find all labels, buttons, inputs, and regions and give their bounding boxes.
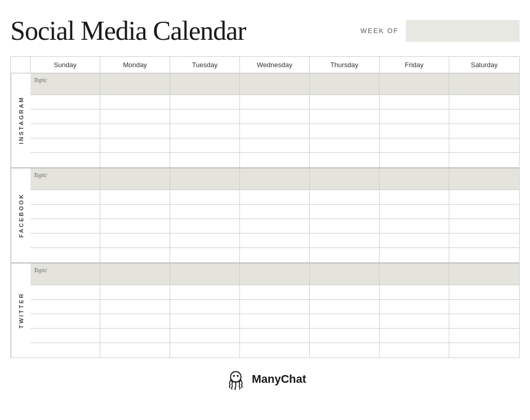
line-row[interactable]: [100, 153, 170, 167]
line-row[interactable]: [100, 219, 170, 234]
line-row[interactable]: [380, 300, 449, 314]
line-row[interactable]: [31, 234, 100, 248]
line-row[interactable]: [170, 248, 239, 262]
line-row[interactable]: [100, 124, 170, 138]
line-row[interactable]: [240, 138, 309, 153]
line-row[interactable]: [449, 95, 519, 110]
line-row[interactable]: [31, 314, 100, 329]
line-row[interactable]: [31, 205, 100, 219]
line-row[interactable]: [449, 124, 519, 138]
line-row[interactable]: [240, 190, 309, 205]
line-row[interactable]: [310, 329, 379, 343]
line-row[interactable]: [240, 343, 309, 357]
line-row[interactable]: [310, 343, 379, 357]
line-row[interactable]: [449, 205, 519, 219]
line-row[interactable]: [170, 343, 239, 357]
line-row[interactable]: [380, 153, 449, 167]
line-row[interactable]: [449, 343, 519, 357]
line-row[interactable]: [310, 138, 379, 153]
line-row[interactable]: [100, 300, 170, 314]
line-row[interactable]: [170, 234, 239, 248]
line-row[interactable]: [380, 314, 449, 329]
line-row[interactable]: [380, 190, 449, 205]
line-row[interactable]: [240, 219, 309, 234]
line-row[interactable]: [31, 219, 100, 234]
line-row[interactable]: [380, 205, 449, 219]
line-row[interactable]: [240, 205, 309, 219]
line-row[interactable]: [380, 285, 449, 300]
line-row[interactable]: [310, 248, 379, 262]
line-row[interactable]: [310, 285, 379, 300]
facebook-tuesday-topic[interactable]: [170, 168, 239, 190]
instagram-thursday-topic[interactable]: [310, 73, 379, 95]
line-row[interactable]: [31, 95, 100, 110]
line-row[interactable]: [449, 110, 519, 124]
line-row[interactable]: [240, 124, 309, 138]
line-row[interactable]: [449, 219, 519, 234]
line-row[interactable]: [31, 300, 100, 314]
line-row[interactable]: [170, 95, 239, 110]
twitter-friday-topic[interactable]: [380, 263, 449, 285]
line-row[interactable]: [380, 95, 449, 110]
line-row[interactable]: [240, 248, 309, 262]
line-row[interactable]: [310, 153, 379, 167]
twitter-tuesday-topic[interactable]: [170, 263, 239, 285]
line-row[interactable]: [170, 285, 239, 300]
line-row[interactable]: [380, 138, 449, 153]
line-row[interactable]: [310, 234, 379, 248]
instagram-tuesday-topic[interactable]: [170, 73, 239, 95]
line-row[interactable]: [100, 343, 170, 357]
line-row[interactable]: [380, 248, 449, 262]
facebook-saturday-topic[interactable]: [449, 168, 519, 190]
line-row[interactable]: [240, 110, 309, 124]
line-row[interactable]: [31, 110, 100, 124]
line-row[interactable]: [449, 248, 519, 262]
line-row[interactable]: [31, 124, 100, 138]
line-row[interactable]: [100, 329, 170, 343]
instagram-friday-topic[interactable]: [380, 73, 449, 95]
line-row[interactable]: [100, 285, 170, 300]
line-row[interactable]: [31, 343, 100, 357]
line-row[interactable]: [170, 190, 239, 205]
line-row[interactable]: [170, 138, 239, 153]
line-row[interactable]: [170, 219, 239, 234]
line-row[interactable]: [449, 314, 519, 329]
line-row[interactable]: [170, 329, 239, 343]
line-row[interactable]: [170, 153, 239, 167]
line-row[interactable]: [380, 219, 449, 234]
line-row[interactable]: [31, 153, 100, 167]
line-row[interactable]: [31, 138, 100, 153]
line-row[interactable]: [380, 234, 449, 248]
line-row[interactable]: [310, 300, 379, 314]
twitter-saturday-topic[interactable]: [449, 263, 519, 285]
instagram-saturday-topic[interactable]: [449, 73, 519, 95]
line-row[interactable]: [100, 110, 170, 124]
line-row[interactable]: [170, 300, 239, 314]
line-row[interactable]: [380, 343, 449, 357]
line-row[interactable]: [449, 285, 519, 300]
instagram-monday-topic[interactable]: [100, 73, 170, 95]
line-row[interactable]: [310, 190, 379, 205]
twitter-monday-topic[interactable]: [100, 263, 170, 285]
line-row[interactable]: [449, 329, 519, 343]
line-row[interactable]: [170, 205, 239, 219]
line-row[interactable]: [310, 110, 379, 124]
line-row[interactable]: [240, 314, 309, 329]
line-row[interactable]: [449, 138, 519, 153]
line-row[interactable]: [100, 138, 170, 153]
line-row[interactable]: [240, 300, 309, 314]
facebook-monday-topic[interactable]: [100, 168, 170, 190]
line-row[interactable]: [380, 124, 449, 138]
line-row[interactable]: [310, 95, 379, 110]
line-row[interactable]: [449, 234, 519, 248]
line-row[interactable]: [100, 248, 170, 262]
twitter-wednesday-topic[interactable]: [240, 263, 309, 285]
line-row[interactable]: [100, 190, 170, 205]
line-row[interactable]: [380, 110, 449, 124]
line-row[interactable]: [449, 190, 519, 205]
line-row[interactable]: [240, 95, 309, 110]
line-row[interactable]: [31, 329, 100, 343]
line-row[interactable]: [310, 124, 379, 138]
instagram-sunday-topic[interactable]: Topic: [31, 73, 100, 95]
line-row[interactable]: [170, 124, 239, 138]
